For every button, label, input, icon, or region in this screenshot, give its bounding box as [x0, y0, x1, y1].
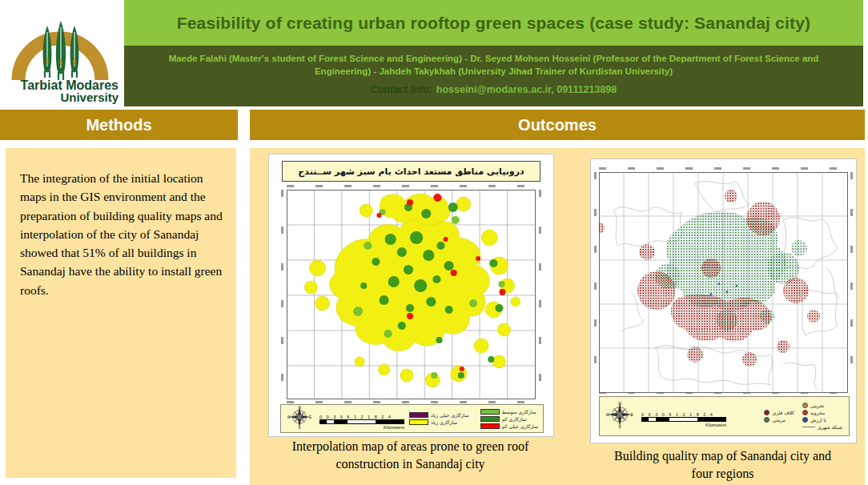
outcomes-title: Outcomes: [518, 116, 597, 134]
demolition-dot: [802, 403, 808, 408]
figure1-bottom-tick-labels: [287, 401, 536, 403]
logo-cypress-trees: [43, 21, 79, 80]
methods-section-header: Methods: [0, 110, 238, 140]
contact-value: hosseini@modares.ac.ir, 09111213898: [436, 84, 617, 95]
figure1-legend-col2: سازگاری متوسط سازگاری کم سازگاری خیلی کم: [480, 409, 538, 429]
legend-item: مخروبه: [802, 410, 842, 415]
figure2-top-tick-labels: [599, 167, 848, 170]
legend-label: کلاف فلزی: [772, 410, 794, 415]
urban-network-line: [802, 427, 815, 427]
methods-title: Methods: [86, 116, 151, 134]
scale-bar-graphic: [641, 417, 726, 422]
low-swatch: [480, 416, 500, 422]
figure1-top-tick-labels: [287, 185, 536, 187]
valuable-dot: [802, 417, 808, 423]
svg-text:N: N: [618, 401, 621, 406]
contact-label: Contact Info:: [371, 84, 432, 95]
figure2-legend: N S W E 0 0.3 0.6 1.2 1.8 2.4 Kilometers…: [599, 396, 850, 436]
scale-bar-graphic: [319, 419, 404, 424]
ruined-dot: [802, 410, 808, 415]
svg-text:E: E: [309, 415, 311, 419]
very-low-swatch: [480, 423, 500, 429]
legend-label: مخروبه: [810, 410, 825, 415]
metal-frame-dot: [764, 410, 770, 415]
figure1-scale-bar: 0 0.3 0.6 1.2 1.8 2.4 Kilometers: [319, 415, 404, 430]
legend-item: با ارزش: [802, 417, 842, 423]
poster-title: Feasibility of creating urban rooftop gr…: [177, 14, 811, 33]
poster-page: Tarbiat Modares University Feasibility o…: [0, 0, 868, 485]
legend-label: سازگاری خیلی کم: [502, 423, 538, 429]
legend-label: سازگاری متوسط: [502, 409, 536, 415]
figure2-legend-left-col: کلاف فلزی مرمتی: [764, 410, 794, 423]
figure1-legend: N S W E 0 0.3 0.6 1.2 1.8 2.4 Kilometers…: [280, 404, 544, 433]
outcomes-section-header: Outcomes: [250, 110, 865, 140]
figure2-card: N S W E 0 0.3 0.6 1.2 1.8 2.4 Kilometers…: [590, 158, 857, 443]
tarbiat-modares-logo-icon: Tarbiat Modares University: [0, 0, 122, 104]
medium-swatch: [480, 409, 500, 415]
methods-panel: The integration of the initial location …: [6, 148, 236, 478]
university-logo: Tarbiat Modares University: [0, 0, 124, 106]
svg-text:S: S: [298, 426, 300, 429]
legend-label: سازگاری خیلی زیاد: [431, 412, 468, 418]
legend-item: سازگاری خیلی کم: [480, 423, 538, 429]
legend-label: مرمتی: [772, 417, 786, 423]
authors-bar: Maede Falahi (Master's student of Forest…: [124, 46, 863, 106]
methods-body-text: The integration of the initial location …: [20, 169, 223, 299]
legend-item: سازگاری کم: [480, 416, 538, 422]
figure1-legend-col1: سازگاری خیلی زیاد سازگاری زیاد: [409, 412, 468, 425]
legend-label: سازگاری زیاد: [431, 419, 457, 425]
figure2-left-tick-labels: [594, 172, 597, 390]
figure2-scale-bar: 0 0.3 0.6 1.2 1.8 2.4 Kilometers: [641, 412, 726, 427]
svg-text:E: E: [631, 412, 633, 417]
figure2-map-plot: [599, 172, 848, 390]
scale-unit: Kilometers: [705, 423, 726, 427]
legend-label: با ارزش: [810, 417, 826, 423]
figure1-compass-icon: N S W E: [287, 405, 311, 432]
legend-item: کلاف فلزی: [764, 410, 794, 415]
legend-label: سازگاری کم: [502, 416, 527, 422]
figure2-legend-right-col: تخریبی مخروبه با ارزش شبکه شهری: [802, 403, 842, 430]
svg-text:N: N: [298, 406, 300, 410]
figure2-right-tick-labels: [850, 172, 853, 390]
authors-line: Maede Falahi (Master's student of Forest…: [142, 52, 846, 78]
scale-unit: Kilometers: [384, 425, 404, 430]
legend-label: تخریبی: [810, 403, 824, 408]
contact-line: Contact Info:hosseini@modares.ac.ir, 091…: [124, 84, 863, 95]
legend-item: شبکه شهری: [802, 424, 842, 430]
interpolation-map-image: [287, 190, 536, 399]
figure2-caption: Building quality map of Sanandaj city an…: [590, 447, 855, 482]
figure1-map-title-fa: درونیابی مناطق مستعد احداث بام سبز شهر س…: [282, 161, 540, 182]
figure1-caption: Interpolation map of areas prone to gree…: [268, 438, 553, 472]
legend-item: تخریبی: [802, 403, 842, 408]
figure1-card: درونیابی مناطق مستعد احداث بام سبز شهر س…: [268, 154, 554, 437]
figure1-map-plot: [287, 190, 536, 399]
figure1-left-tick-labels: [281, 190, 283, 399]
legend-item: سازگاری زیاد: [409, 419, 468, 425]
legend-item: سازگاری خیلی زیاد: [409, 412, 468, 418]
figure1-right-tick-labels: [539, 190, 541, 399]
logo-text-line2: University: [60, 90, 119, 104]
repairable-dot: [764, 417, 770, 423]
figure2-compass-icon: N S W E: [606, 401, 633, 431]
svg-text:W: W: [606, 412, 609, 417]
svg-text:S: S: [618, 424, 621, 428]
legend-item: مرمتی: [764, 417, 794, 423]
legend-item: سازگاری متوسط: [480, 409, 538, 415]
very-high-swatch: [409, 412, 428, 418]
legend-label: شبکه شهری: [818, 424, 842, 430]
building-quality-map-image: [599, 172, 848, 393]
high-swatch: [409, 419, 428, 425]
poster-title-bar: Feasibility of creating urban rooftop gr…: [124, 0, 863, 46]
outcomes-panel: درونیابی مناطق مستعد احداث بام سبز شهر س…: [250, 148, 865, 485]
